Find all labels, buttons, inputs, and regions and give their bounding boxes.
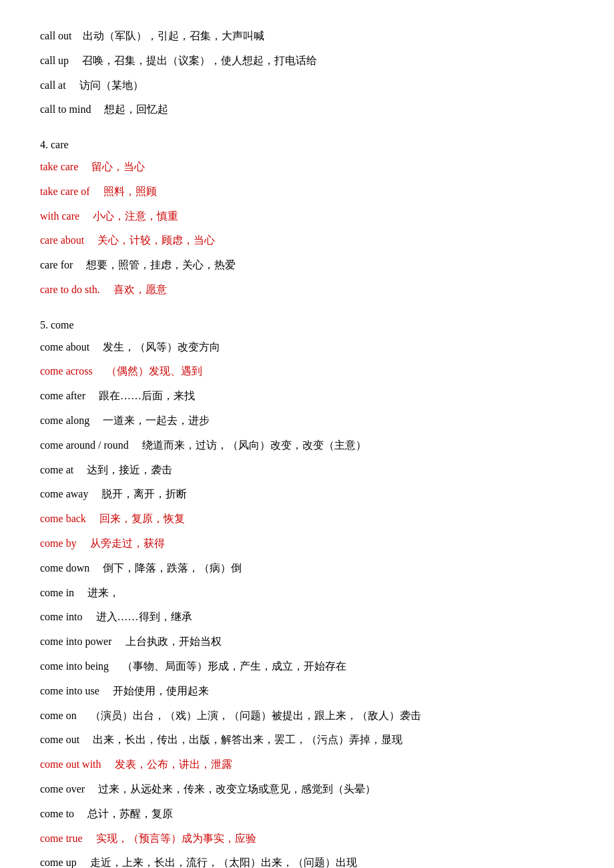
def-come-back: 回来，复原，恢复 [99,513,185,524]
phrase-come-down: come down [40,562,89,574]
phrase-take-care-of: take care of [40,186,90,197]
phrase-care-about: care about [40,234,84,246]
def-take-care-of: 照料，照顾 [103,186,157,197]
phrase-come-back: come back [40,513,86,524]
phrase-come-on: come on [40,710,77,721]
phrase-come-around: come around / round [40,439,129,451]
def-care-for: 想要，照管，挂虑，关心，热爱 [86,259,236,270]
entry-call-up: call up 召唤，召集，提出（议案），使人想起，打电话给 [40,51,574,71]
def-come-into-power: 上台执政，开始当权 [125,636,222,647]
def-come-after: 跟在……后面，来找 [99,390,195,401]
entry-care-to-do: care to do sth. 喜欢，愿意 [40,280,574,300]
phrase-come-after: come after [40,390,85,401]
phrase-come-into-power: come into power [40,636,112,647]
phrase-come-into-being: come into being [40,660,109,672]
entry-with-care: with care 小心，注意，慎重 [40,207,574,226]
def-call-to-mind: 想起，回忆起 [104,103,168,115]
entry-come-by: come by 从旁走过，获得 [40,534,574,554]
entry-come-on: come on （演员）出台，（戏）上演，（问题）被提出，跟上来，（敌人）袭击 [40,706,574,726]
phrase-take-care: take care [40,161,78,172]
call-section: call out 出动（军队），引起，召集，大声叫喊 call up 召唤，召集… [40,27,574,120]
come-title: 5. come [40,316,574,335]
entry-call-out: call out 出动（军队），引起，召集，大声叫喊 [40,27,574,46]
phrase-come-at: come at [40,464,73,475]
phrase-come-true: come true [40,833,83,844]
phrase-come-into-use: come into use [40,685,99,696]
come-section: 5. come come about 发生，（风等）改变方向 come acro… [40,316,574,868]
care-section: 4. care take care 留心，当心 take care of 照料，… [40,136,574,300]
def-come-about: 发生，（风等）改变方向 [103,341,220,353]
phrase-come-along: come along [40,415,89,426]
phrase-come-by: come by [40,537,77,549]
def-come-down: 倒下，降落，跌落，（病）倒 [103,562,242,574]
entry-take-care-of: take care of 照料，照顾 [40,182,574,202]
phrase-come-away: come away [40,488,88,499]
entry-come-out-with: come out with 发表，公布，讲出，泄露 [40,755,574,775]
def-come-into-being: （事物、局面等）形成，产生，成立，开始存在 [122,660,346,672]
phrase-come-about: come about [40,341,89,353]
phrase-care-for: care for [40,259,73,270]
entry-take-care: take care 留心，当心 [40,158,574,177]
phrase-come-into: come into [40,611,83,622]
def-call-out: 出动（军队），引起，召集，大声叫喊 [83,30,264,41]
phrase-come-to: come to [40,808,74,819]
def-take-care: 留心，当心 [91,161,145,172]
def-call-at: 访问（某地） [79,79,143,91]
def-come-into-use: 开始使用，使用起来 [113,685,209,696]
entry-come-over: come over 过来，从远处来，传来，改变立场或意见，感觉到（头晕） [40,780,574,799]
entry-come-to: come to 总计，苏醒，复原 [40,805,574,824]
def-with-care: 小心，注意，慎重 [93,210,178,222]
phrase-come-across: come across [40,365,93,377]
def-call-up: 召唤，召集，提出（议案），使人想起，打电话给 [82,55,317,66]
phrase-call-out: call out [40,30,72,41]
def-come-over: 过来，从远处来，传来，改变立场或意见，感觉到（头晕） [98,783,376,795]
def-come-across: （偶然）发现、遇到 [106,365,202,377]
def-come-up: 走近，上来，长出，流行，（太阳）出来，（问题）出现 [90,857,357,868]
def-come-out-with: 发表，公布，讲出，泄露 [115,758,232,770]
phrase-with-care: with care [40,210,79,222]
entry-come-into-power: come into power 上台执政，开始当权 [40,632,574,652]
entry-care-for: care for 想要，照管，挂虑，关心，热爱 [40,256,574,275]
entry-come-across: come across （偶然）发现、遇到 [40,362,574,381]
def-come-away: 脱开，离开，折断 [101,488,187,499]
phrase-come-in: come in [40,587,74,598]
phrase-call-at: call at [40,79,66,91]
def-care-about: 关心，计较，顾虑，当心 [97,234,215,246]
phrase-come-up: come up [40,857,77,868]
entry-come-back: come back 回来，复原，恢复 [40,509,574,529]
def-come-into: 进入……得到，继承 [96,611,192,622]
page-content: call out 出动（军队），引起，召集，大声叫喊 call up 召唤，召集… [40,27,574,868]
def-come-in: 进来， [87,587,119,598]
def-come-by: 从旁走过，获得 [90,537,165,549]
def-come-to: 总计，苏醒，复原 [87,808,173,819]
def-come-at: 达到，接近，袭击 [87,464,172,475]
phrase-come-over: come over [40,783,85,795]
entry-come-out: come out 出来，长出，传出，出版，解答出来，罢工，（污点）弄掉，显现 [40,730,574,750]
entry-come-in: come in 进来， [40,584,574,603]
entry-come-into-being: come into being （事物、局面等）形成，产生，成立，开始存在 [40,657,574,676]
entry-call-at: call at 访问（某地） [40,76,574,95]
entry-come-around: come around / round 绕道而来，过访，（风向）改变，改变（主意… [40,436,574,455]
def-come-on: （演员）出台，（戏）上演，（问题）被提出，跟上来，（敌人）袭击 [90,710,421,721]
entry-come-about: come about 发生，（风等）改变方向 [40,338,574,357]
def-care-to-do: 喜欢，愿意 [113,284,167,295]
entry-care-about: care about 关心，计较，顾虑，当心 [40,231,574,250]
phrase-care-to-do: care to do sth. [40,284,100,295]
phrase-come-out: come out [40,734,79,745]
entry-come-true: come true 实现，（预言等）成为事实，应验 [40,829,574,849]
def-come-out: 出来，长出，传出，出版，解答出来，罢工，（污点）弄掉，显现 [93,734,402,745]
phrase-come-out-with: come out with [40,758,101,770]
entry-call-to-mind: call to mind 想起，回忆起 [40,100,574,120]
def-come-true: 实现，（预言等）成为事实，应验 [96,833,256,844]
entry-come-along: come along 一道来，一起去，进步 [40,411,574,431]
entry-come-down: come down 倒下，降落，跌落，（病）倒 [40,559,574,578]
entry-come-into: come into 进入……得到，继承 [40,608,574,627]
def-come-around: 绕道而来，过访，（风向）改变，改变（主意） [142,439,366,451]
def-come-along: 一道来，一起去，进步 [103,415,210,426]
entry-come-away: come away 脱开，离开，折断 [40,485,574,504]
phrase-call-to-mind: call to mind [40,103,91,115]
entry-come-into-use: come into use 开始使用，使用起来 [40,682,574,701]
care-title: 4. care [40,136,574,155]
entry-come-at: come at 达到，接近，袭击 [40,461,574,480]
entry-come-up: come up 走近，上来，长出，流行，（太阳）出来，（问题）出现 [40,853,574,868]
